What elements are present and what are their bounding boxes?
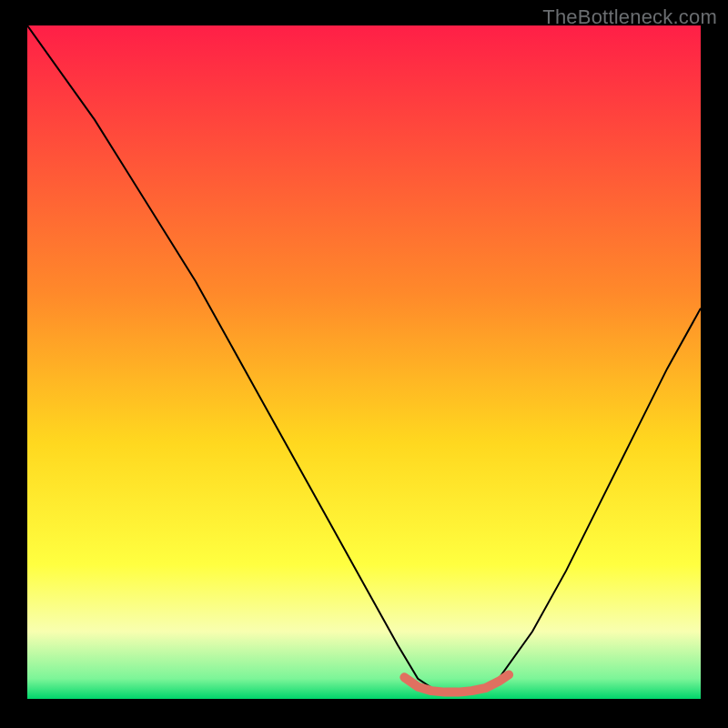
chart-svg <box>27 25 701 699</box>
watermark-text: TheBottleneck.com <box>542 5 717 29</box>
chart-container <box>27 25 701 699</box>
gradient-background <box>27 25 701 699</box>
